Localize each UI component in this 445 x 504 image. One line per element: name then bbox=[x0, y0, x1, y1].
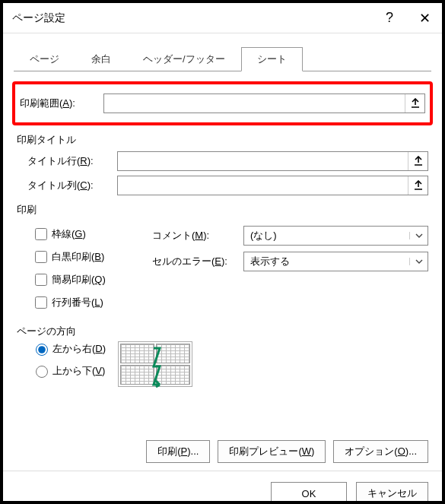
draft-label: 簡易印刷(Q) bbox=[52, 273, 106, 287]
page-order-section: ページの方向 bbox=[17, 325, 428, 338]
page-order-icon bbox=[118, 341, 192, 387]
chevron-down-icon bbox=[409, 258, 428, 265]
title-cols-field[interactable] bbox=[117, 176, 428, 195]
print-section: 印刷 bbox=[17, 203, 428, 217]
title-bar: ページ設定 ? ✕ bbox=[3, 3, 442, 33]
window-title: ページ設定 bbox=[12, 11, 372, 25]
print-area-input[interactable] bbox=[104, 94, 405, 113]
print-button[interactable]: 印刷(P)... bbox=[146, 440, 210, 463]
close-button[interactable]: ✕ bbox=[407, 3, 442, 33]
cancel-button[interactable]: キャンセル bbox=[356, 482, 428, 504]
print-area-highlight: 印刷範囲(A): bbox=[12, 81, 433, 125]
over-then-down-radio[interactable]: 左から右(D) bbox=[32, 341, 106, 356]
options-button[interactable]: オプション(O)... bbox=[333, 440, 428, 463]
comments-label: コメント(M): bbox=[152, 229, 243, 242]
cellerrors-value: 表示する bbox=[244, 255, 409, 268]
print-area-refselect-icon[interactable] bbox=[405, 94, 424, 113]
gridlines-input[interactable] bbox=[35, 228, 47, 240]
print-titles-section: 印刷タイトル bbox=[17, 133, 428, 147]
chevron-down-icon bbox=[409, 232, 428, 239]
cellerrors-label: セルのエラー(E): bbox=[152, 255, 243, 268]
tab-page[interactable]: ページ bbox=[14, 47, 75, 71]
comments-dropdown[interactable]: (なし) bbox=[243, 226, 428, 246]
tab-margins[interactable]: 余白 bbox=[75, 47, 127, 71]
gridlines-label: 枠線(G) bbox=[52, 227, 86, 241]
print-area-label: 印刷範囲(A): bbox=[20, 97, 103, 110]
cellerrors-dropdown[interactable]: 表示する bbox=[243, 252, 428, 271]
comments-value: (なし) bbox=[244, 229, 409, 242]
over-then-down-input[interactable] bbox=[36, 344, 48, 356]
down-then-over-input[interactable] bbox=[36, 366, 48, 378]
title-rows-field[interactable] bbox=[117, 151, 428, 171]
blackwhite-input[interactable] bbox=[35, 251, 47, 263]
tab-strip: ページ 余白 ヘッダー/フッター シート bbox=[3, 33, 442, 71]
help-button[interactable]: ? bbox=[372, 3, 407, 33]
rowcol-label: 行列番号(L) bbox=[52, 296, 103, 309]
draft-input[interactable] bbox=[35, 274, 47, 286]
page-order-arrow-icon bbox=[152, 345, 161, 388]
gridlines-checkbox[interactable]: 枠線(G) bbox=[32, 226, 146, 242]
down-then-over-radio[interactable]: 上から下(V) bbox=[32, 363, 106, 378]
ok-button[interactable]: OK bbox=[271, 482, 347, 504]
down-then-over-label: 上から下(V) bbox=[52, 364, 105, 378]
blackwhite-label: 白黒印刷(B) bbox=[52, 250, 104, 264]
tab-headerfooter[interactable]: ヘッダー/フッター bbox=[127, 47, 241, 71]
blackwhite-checkbox[interactable]: 白黒印刷(B) bbox=[32, 249, 146, 265]
title-cols-refselect-icon[interactable] bbox=[408, 176, 428, 195]
print-area-field[interactable] bbox=[103, 94, 425, 113]
title-cols-input[interactable] bbox=[118, 176, 408, 195]
draft-checkbox[interactable]: 簡易印刷(Q) bbox=[32, 271, 146, 288]
print-preview-button[interactable]: 印刷プレビュー(W) bbox=[218, 440, 326, 463]
title-rows-input[interactable] bbox=[118, 152, 408, 170]
title-rows-refselect-icon[interactable] bbox=[408, 152, 428, 170]
rowcol-input[interactable] bbox=[35, 296, 47, 309]
over-then-down-label: 左から右(D) bbox=[52, 342, 106, 356]
title-cols-label: タイトル列(C): bbox=[27, 179, 117, 192]
tab-sheet[interactable]: シート bbox=[241, 47, 303, 71]
rowcol-checkbox[interactable]: 行列番号(L) bbox=[32, 294, 146, 311]
title-rows-label: タイトル行(R): bbox=[27, 154, 117, 168]
